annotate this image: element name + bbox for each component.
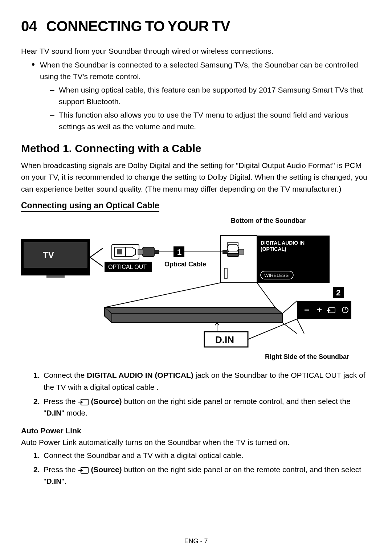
- source-icon: [78, 466, 89, 474]
- svg-rect-7: [138, 249, 143, 254]
- bullet-list: When the Soundbar is connected to a sele…: [21, 59, 371, 133]
- tv-port-label: OPTICAL OUT: [108, 264, 147, 270]
- svg-line-16: [257, 283, 275, 307]
- diagram-svg: TV OPTICAL OUT Optical Cable 1: [21, 225, 369, 352]
- section-title-text: CONNECTING TO YOUR TV: [46, 18, 230, 34]
- bullet-text: When the Soundbar is connected to a sele…: [40, 61, 358, 81]
- tv-label: TV: [43, 250, 54, 260]
- svg-rect-13: [224, 268, 227, 278]
- cable-label: Optical Cable: [164, 261, 206, 268]
- subheading: Connecting using an Optical Cable: [21, 201, 159, 212]
- diagram-bottom-label: Right Side of the Soundbar: [21, 353, 371, 361]
- svg-rect-6: [143, 247, 154, 257]
- svg-rect-4: [117, 249, 122, 254]
- port-label-2: (OPTICAL): [261, 246, 286, 252]
- steps-list-1: Connect the DIGITAL AUDIO IN (OPTICAL) j…: [21, 369, 371, 419]
- step-item: Press the (Source) button on the right s…: [33, 464, 371, 487]
- svg-line-15: [105, 283, 221, 307]
- source-icon: [78, 398, 89, 406]
- step-2-marker: 2: [336, 288, 340, 297]
- intro-text: Hear TV sound from your Soundbar through…: [21, 45, 371, 57]
- apl-heading: Auto Power Link: [21, 426, 371, 435]
- svg-rect-11: [239, 249, 244, 254]
- svg-line-22: [297, 319, 304, 334]
- method-intro: When broadcasting signals are Dolby Digi…: [21, 160, 371, 195]
- step-item: Press the (Source) button on the right s…: [33, 396, 371, 419]
- mode-label: D.IN: [215, 334, 234, 345]
- svg-rect-1: [46, 275, 65, 278]
- dash-list: When using optical cable, this feature c…: [40, 84, 371, 133]
- section-heading: 04 CONNECTING TO YOUR TV: [21, 18, 371, 34]
- section-number: 04: [21, 18, 37, 34]
- apl-intro: Auto Power Link automatically turns on t…: [21, 437, 371, 449]
- steps-list-2: Connect the Soundbar and a TV with a dig…: [21, 450, 371, 487]
- plus-icon: +: [317, 305, 322, 315]
- soundbar-body-icon: [105, 307, 282, 323]
- dash-item: When using optical cable, this feature c…: [50, 84, 371, 108]
- step-item: Connect the DIGITAL AUDIO IN (OPTICAL) j…: [33, 369, 371, 393]
- wireless-label: WIRELESS: [264, 273, 289, 278]
- diagram-top-label: Bottom of the Soundbar: [21, 217, 371, 225]
- minus-icon: −: [304, 305, 309, 315]
- port-label-1: DIGITAL AUDIO IN: [261, 240, 305, 246]
- list-item: When the Soundbar is connected to a sele…: [33, 59, 371, 133]
- method-heading: Method 1. Connecting with a Cable: [21, 142, 371, 155]
- optical-out-connector-icon: [112, 245, 139, 259]
- cable-plug-left-icon: [138, 247, 159, 257]
- page-footer: ENG - 7: [0, 537, 392, 545]
- step-1-marker: 1: [177, 248, 181, 257]
- step-item: Connect the Soundbar and a TV with a dig…: [33, 450, 371, 462]
- dash-item: This function also allows you to use the…: [50, 109, 371, 133]
- svg-rect-0: [24, 242, 87, 267]
- connection-diagram: Bottom of the Soundbar TV OPTICAL OUT Op…: [21, 217, 371, 361]
